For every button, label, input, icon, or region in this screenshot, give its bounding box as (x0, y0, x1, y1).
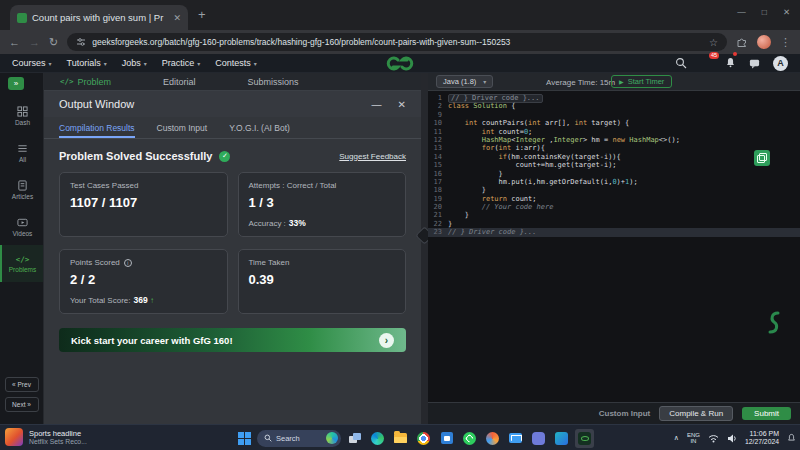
code-line[interactable]: 18 } (428, 186, 800, 194)
rail-item-all[interactable]: All (0, 134, 43, 171)
code-line[interactable]: 2class Solution { (428, 102, 800, 110)
code-lines: 1// } Driver code }...2class Solution {9… (428, 94, 800, 237)
taskbar-clock[interactable]: 11:06 PM 12/27/2024 (745, 430, 779, 447)
tray-expand-icon[interactable]: ∧ (674, 434, 679, 442)
window-minimize-icon[interactable]: — (737, 7, 746, 17)
sidebar-expand-button[interactable]: » (8, 77, 24, 90)
tab-problem[interactable]: </> Problem (60, 77, 111, 87)
discord-icon[interactable] (529, 429, 548, 448)
code-line[interactable]: 12 HashMap<Integer ,Integer> hm = new Ha… (428, 136, 800, 144)
bookmark-star-icon[interactable]: ☆ (709, 37, 718, 48)
store-icon[interactable] (437, 429, 456, 448)
rail-item-dash[interactable]: Dash (0, 97, 43, 134)
volume-icon[interactable] (727, 434, 737, 443)
reload-icon[interactable]: ↻ (49, 37, 58, 48)
tab-editorial[interactable]: Editorial (163, 77, 196, 87)
close-icon[interactable]: ✕ (398, 99, 406, 110)
info-icon[interactable]: i (124, 259, 132, 267)
tab-compilation-results[interactable]: Compilation Results (59, 123, 135, 138)
tab-custom-input[interactable]: Custom Input (157, 123, 208, 138)
next-button[interactable]: Next » (5, 397, 39, 412)
notifications-bell-icon[interactable] (725, 54, 736, 72)
media-player-icon[interactable] (552, 429, 571, 448)
success-check-icon: ✓ (219, 151, 230, 162)
taskbar-search[interactable]: Search (257, 430, 341, 447)
user-avatar[interactable]: A (773, 56, 788, 71)
rail-item-videos[interactable]: Videos (0, 208, 43, 245)
back-icon[interactable]: ← (9, 37, 20, 48)
site-info-icon[interactable] (76, 37, 86, 47)
edge-icon[interactable] (368, 429, 387, 448)
notification-bell-icon[interactable] (787, 433, 796, 443)
taskview-icon[interactable] (345, 429, 364, 448)
nav-contests[interactable]: Contests▾ (215, 58, 257, 68)
window-maximize-icon[interactable]: □ (762, 7, 767, 17)
search-icon (264, 434, 272, 442)
suggest-feedback-link[interactable]: Suggest Feedback (339, 152, 406, 161)
custom-input-link[interactable]: Custom Input (599, 409, 651, 418)
code-line[interactable]: 11 int count=0; (428, 128, 800, 136)
rail-item-articles[interactable]: Articles (0, 171, 43, 208)
compile-run-button[interactable]: Compile & Run (659, 406, 733, 421)
code-line[interactable]: 16 } (428, 170, 800, 178)
score-up-icon: ↑ (150, 296, 154, 305)
code-line[interactable]: 23// } Driver code }... (428, 228, 800, 236)
language-select[interactable]: Java (1.8) ▾ (436, 75, 493, 88)
forward-icon[interactable]: → (29, 37, 40, 48)
whatsapp-icon[interactable] (460, 429, 479, 448)
tab-yogi-ai-bot[interactable]: Y.O.G.I. (AI Bot) (229, 123, 290, 138)
code-line[interactable]: 17 hm.put(i,hm.getOrDefault(i,0)+1); (428, 178, 800, 186)
search-icon[interactable] (675, 57, 687, 69)
start-button-icon[interactable] (238, 432, 251, 445)
code-line[interactable]: 19 return count; (428, 195, 800, 203)
status-text: Problem Solved Successfully (59, 150, 212, 162)
banner-arrow-icon[interactable]: › (379, 333, 394, 348)
nav-tutorials[interactable]: Tutorials▾ (67, 58, 107, 68)
rail-item-problems[interactable]: </> Problems (0, 245, 43, 282)
browser-menu-icon[interactable]: ⋮ (780, 36, 791, 49)
news-widget[interactable]: Sports headline Netflix Sets Reco... (5, 428, 87, 446)
mail-icon[interactable] (506, 429, 525, 448)
code-line[interactable]: 13 for(int i:arr){ (428, 144, 800, 152)
url-bar[interactable]: geeksforgeeks.org/batch/gfg-160-problems… (67, 33, 727, 51)
code-line[interactable]: 9 (428, 111, 800, 119)
nav-practice[interactable]: Practice▾ (162, 58, 201, 68)
code-line[interactable]: 1// } Driver code }... (428, 94, 800, 102)
tab-close-icon[interactable]: ✕ (173, 13, 181, 23)
prev-button[interactable]: « Prev (5, 377, 39, 392)
gfg160-banner[interactable]: Kick start your career with GfG 160! › (59, 328, 406, 352)
notification-dot (733, 52, 737, 56)
start-timer-button[interactable]: ▶ Start Timer (611, 75, 672, 88)
new-tab-icon[interactable]: + (198, 7, 206, 22)
panel-divider[interactable] (421, 73, 428, 424)
nav-courses[interactable]: Courses▾ (12, 58, 52, 68)
browser-tab[interactable]: Count pairs with given sum | Pr ✕ (10, 5, 188, 30)
gfg-app-icon[interactable] (575, 429, 594, 448)
gfg-logo[interactable] (383, 56, 417, 71)
copy-code-button[interactable] (754, 150, 770, 166)
code-line[interactable]: 14 if(hm.containsKey(target-i)){ (428, 153, 800, 161)
window-close-icon[interactable]: ✕ (783, 7, 790, 17)
minimize-icon[interactable]: — (372, 99, 382, 110)
card-sub: Accuracy :33% (249, 218, 396, 228)
photos-icon[interactable] (483, 429, 502, 448)
code-line[interactable]: 10 int countPairs(int arr[], int target)… (428, 119, 800, 127)
extensions-icon[interactable] (736, 36, 748, 48)
nav-label: Practice (162, 58, 195, 68)
wifi-icon[interactable] (708, 434, 719, 443)
file-explorer-icon[interactable] (391, 429, 410, 448)
browser-profile-avatar[interactable] (757, 35, 771, 49)
streak-icon[interactable]: 45 (700, 57, 712, 69)
code-line[interactable]: 22} (428, 220, 800, 228)
code-line[interactable]: 15 count+=hm.get(target-i); (428, 161, 800, 169)
submit-button[interactable]: Submit (742, 407, 791, 420)
chrome-icon[interactable] (414, 429, 433, 448)
nav-jobs[interactable]: Jobs▾ (122, 58, 147, 68)
chat-icon[interactable] (749, 58, 760, 69)
code-editor[interactable]: 1// } Driver code }...2class Solution {9… (428, 91, 800, 402)
tab-submissions[interactable]: Submissions (248, 77, 299, 87)
language-indicator[interactable]: ENG IN (687, 432, 700, 445)
code-line[interactable]: 21 } (428, 211, 800, 219)
card-time-taken: Time Taken 0.39 (238, 249, 407, 314)
code-line[interactable]: 20 // Your code here (428, 203, 800, 211)
